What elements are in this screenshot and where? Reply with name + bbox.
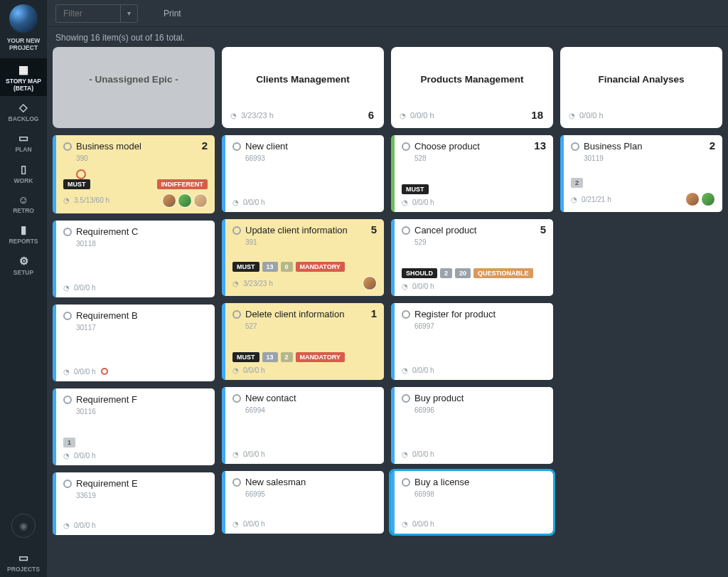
- status-dot-icon[interactable]: [232, 394, 241, 403]
- epic-time: ◔0/0/0 h: [569, 111, 604, 120]
- tag: 20: [455, 268, 471, 278]
- card-points: 13: [534, 139, 546, 152]
- story-card[interactable]: New client 66993 ◔0/0/0 h: [222, 135, 384, 212]
- epic-count: 6: [368, 109, 374, 121]
- epic-time: ◔3/23/23 h: [230, 111, 274, 120]
- status-dot-icon[interactable]: [571, 142, 579, 151]
- story-card[interactable]: Buy product 66996 ◔0/0/0 h: [391, 387, 553, 464]
- clock-icon: ◔: [63, 368, 70, 376]
- card-title: Requirement C: [76, 226, 208, 238]
- clock-icon: ◔: [232, 280, 239, 287]
- status-dot-icon[interactable]: [402, 310, 410, 319]
- card-time: ◔0/0/0 h: [63, 452, 96, 460]
- status-dot-icon[interactable]: [232, 142, 241, 151]
- print-button[interactable]: Print: [164, 9, 181, 18]
- nav-label: WORK: [14, 178, 33, 184]
- story-card[interactable]: Cancel product 5 529 SHOULD220QUESTIONAB…: [391, 219, 553, 296]
- bottom-circle-icon[interactable]: ◉: [11, 514, 36, 538]
- toolbar: ▾ Print: [47, 0, 728, 27]
- epic-header[interactable]: Products Management◔0/0/0 h18: [391, 47, 553, 128]
- filter-dropdown[interactable]: ▾: [120, 5, 137, 22]
- status-dot-icon[interactable]: [63, 312, 72, 320]
- story-card[interactable]: Choose product 13 528 MUST ◔0/0/0 h: [391, 135, 553, 212]
- epic-title: Products Management: [400, 74, 545, 85]
- story-card[interactable]: New contact 66994 ◔0/0/0 h: [222, 387, 384, 464]
- story-card[interactable]: Register for product 66997 ◔0/0/0 h: [391, 303, 553, 380]
- story-card[interactable]: Business model 2 390 MUSTINDIFFERENT ◔3.…: [53, 135, 215, 213]
- avatar[interactable]: [701, 192, 715, 206]
- nav-projects[interactable]: ▭ PROJECTS: [0, 546, 47, 577]
- column-stack: Business Plan 2 30119 2 ◔0/21/21 h: [560, 135, 722, 535]
- avatar[interactable]: [193, 194, 208, 208]
- filter-input[interactable]: [56, 9, 120, 18]
- card-id: 529: [414, 238, 546, 246]
- nav-reports[interactable]: ▮REPORTS: [0, 218, 47, 249]
- story-card[interactable]: Requirement F 30116 1 ◔0/0/0 h: [53, 388, 215, 465]
- story-card[interactable]: Delete client information 1 527 MUST132M…: [222, 303, 384, 380]
- avatar[interactable]: [178, 194, 192, 208]
- nav-icon: ⚙: [19, 255, 28, 268]
- epic-title: - Unassigned Epic -: [61, 74, 206, 85]
- card-points: 2: [710, 139, 715, 152]
- nav-plan[interactable]: ▭PLAN: [0, 127, 47, 157]
- nav-work[interactable]: ▯WORK: [0, 158, 47, 189]
- tag: MUST: [232, 352, 259, 362]
- nav-icon: ◇: [19, 101, 28, 114]
- clock-icon: ◔: [63, 284, 70, 292]
- card-id: 527: [245, 322, 377, 330]
- epic-time: ◔0/0/0 h: [400, 111, 434, 120]
- story-card[interactable]: Business Plan 2 30119 2 ◔0/21/21 h: [560, 135, 722, 212]
- nav-retro[interactable]: ☺RETRO: [0, 189, 47, 218]
- card-title: New salesman: [245, 477, 377, 489]
- nav-setup[interactable]: ⚙SETUP: [0, 250, 47, 280]
- card-id: 66995: [245, 490, 377, 498]
- status-dot-icon[interactable]: [63, 228, 72, 236]
- main-area: ▾ Print Showing 16 item(s) out of 16 tot…: [47, 0, 728, 577]
- nav-label: STORY MAP (BETA): [0, 78, 47, 92]
- avatar[interactable]: [363, 276, 377, 290]
- card-title: New contact: [245, 393, 377, 405]
- nav-backlog[interactable]: ◇BACKLOG: [0, 96, 47, 127]
- clock-icon: ◔: [402, 366, 408, 374]
- story-card[interactable]: Requirement E 33619 ◔0/0/0 h: [53, 472, 215, 535]
- tag: 2: [571, 178, 583, 188]
- story-card[interactable]: Requirement C 30118 ◔0/0/0 h: [53, 221, 215, 297]
- tag: 0: [281, 262, 293, 272]
- status-dot-icon[interactable]: [63, 142, 72, 151]
- status-dot-icon[interactable]: [232, 310, 241, 319]
- status-dot-icon[interactable]: [63, 396, 72, 404]
- card-title: Delete client information: [245, 309, 377, 321]
- tags-row: MUST130MANDATORY: [232, 262, 377, 272]
- tag: 2: [440, 268, 452, 278]
- tags-row: MUSTINDIFFERENT: [63, 179, 208, 189]
- status-dot-icon[interactable]: [63, 480, 72, 488]
- avatar[interactable]: [162, 194, 176, 208]
- card-time: ◔0/0/0 h: [402, 366, 434, 374]
- story-card[interactable]: Buy a license 66998 ◔0/0/0 h: [391, 471, 553, 534]
- tag: 1: [63, 438, 75, 448]
- status-dot-icon[interactable]: [402, 478, 410, 487]
- nav-icon: ▭: [18, 132, 28, 144]
- alert-ring-icon: [101, 368, 108, 375]
- epic-header[interactable]: Clients Management◔3/23/23 h6: [222, 47, 384, 128]
- card-id: 390: [76, 154, 208, 162]
- project-logo[interactable]: [9, 4, 38, 33]
- status-dot-icon[interactable]: [232, 226, 241, 235]
- card-title: Buy product: [414, 393, 546, 405]
- status-dot-icon[interactable]: [402, 142, 410, 151]
- nav-story-map-beta-[interactable]: ▦STORY MAP (BETA): [0, 58, 47, 96]
- card-points: 1: [371, 307, 377, 319]
- tag: 2: [281, 352, 293, 362]
- epic-header[interactable]: - Unassigned Epic -: [53, 47, 215, 128]
- status-dot-icon[interactable]: [402, 394, 410, 403]
- story-card[interactable]: Requirement B 30117 ◔0/0/0 h: [53, 305, 215, 381]
- story-card[interactable]: Update client information 5 391 MUST130M…: [222, 219, 384, 296]
- tags-row: SHOULD220QUESTIONABLE: [402, 268, 546, 278]
- epic-header[interactable]: Financial Analyses◔0/0/0 h: [560, 47, 722, 128]
- epic-title: Financial Analyses: [569, 74, 714, 85]
- story-card[interactable]: New salesman 66995 ◔0/0/0 h: [222, 471, 384, 534]
- status-dot-icon[interactable]: [232, 478, 241, 487]
- status-dot-icon[interactable]: [402, 226, 410, 235]
- card-time: ◔0/0/0 h: [402, 450, 434, 458]
- avatar[interactable]: [685, 192, 700, 206]
